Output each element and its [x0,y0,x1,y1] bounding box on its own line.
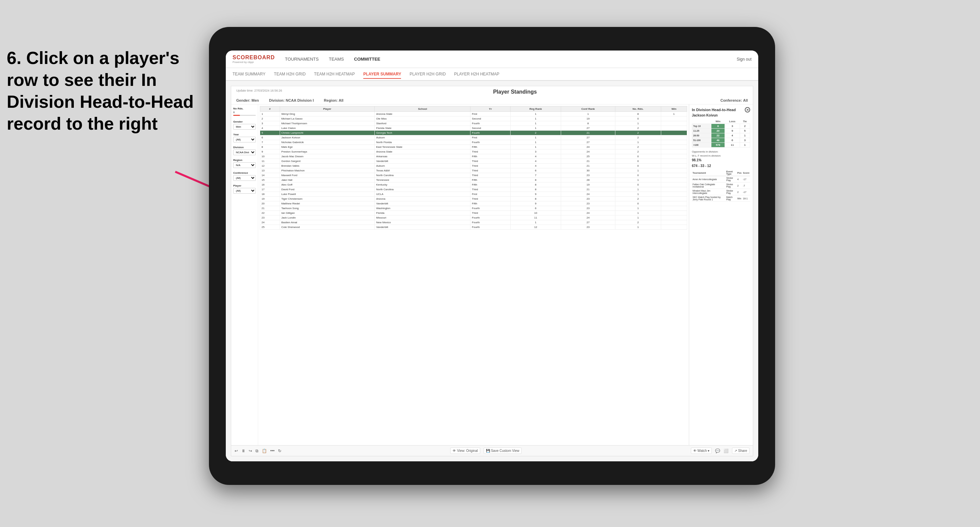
h2h-tie-cell: 1 [740,133,750,138]
nav-tournaments[interactable]: TOURNAMENTS [285,55,319,63]
undo-icon[interactable]: ↩ [235,449,238,453]
table-row[interactable]: 25 Cole Sherwood Vanderbilt Fourth 12 23… [260,225,687,230]
cell-reg: 1 [510,135,561,140]
filter-panel: No Rds. 6 Gender [231,105,258,445]
sub-nav-player-h2h-heatmap[interactable]: PLAYER H2H HEATMAP [454,70,500,79]
present-icon[interactable]: ⬜ [724,449,729,453]
cell-player: Jack Lundin [280,216,375,220]
cell-school: UCLA [375,192,471,197]
cell-reg: 4 [510,154,561,159]
h2h-grid-row: 26-50 22 4 1 [692,133,750,138]
table-row[interactable]: 16 Alex Goff Kentucky Fifth 8 19 0 [260,183,687,187]
table-row[interactable]: 1 Wenyi Ding Arizona State First 1 1 8 1 [260,112,687,116]
year-select[interactable]: (All) [233,137,256,143]
table-row[interactable]: 20 Matthew Riedel Vanderbilt Fifth 9 23 … [260,202,687,206]
filter-region: Region: All [324,98,344,102]
nav-teams[interactable]: TEAMS [329,55,344,63]
cell-reg: 8 [510,187,561,192]
h2h-rank-label: >100 [692,143,711,148]
tournament-pos: 2 [737,189,742,195]
table-row[interactable]: 7 Nicholas Gabrelcik North Florida Fourt… [260,140,687,145]
region-select[interactable]: N/A [233,162,256,168]
cell-win [661,173,687,178]
cell-reg: 1 [510,145,561,149]
sub-nav-team-h2h-grid[interactable]: TEAM H2H GRID [274,70,305,79]
player-select[interactable]: (All) [233,188,256,194]
cell-yr: Fourth [471,140,510,145]
table-row[interactable]: 15 Jake Hall Tennessee Fifth 8 28 1 [260,178,687,183]
cell-reg: 1 [510,126,561,131]
cell-win [661,192,687,197]
table-row[interactable]: 13 Phichaksn Maichon Texas A&M Third 6 3… [260,168,687,173]
table-row[interactable]: 12 Brendan Valles Auburn Third 4 21 0 [260,163,687,168]
comment-icon[interactable]: 💬 [715,449,720,453]
cell-school: East Tennessee State [375,145,471,149]
sub-nav-player-summary[interactable]: PLAYER SUMMARY [363,70,401,79]
cell-rds: 1 [615,192,661,197]
table-row[interactable]: 14 Maxwell Ford North Carolina Third 7 2… [260,173,687,178]
h2h-rank-label: 11-25 [692,129,711,133]
h2h-close-button[interactable]: ✕ [745,107,750,113]
cell-conf: 1 [561,112,616,116]
table-row[interactable]: 22 Ian Gilligan Florida Third 10 24 1 [260,211,687,216]
cell-yr: Third [471,197,510,202]
more-icon[interactable]: ••• [270,449,275,453]
cell-rds: 2 [615,220,661,225]
table-row[interactable]: 23 Jack Lundin Missouri Fourth 11 24 1 [260,216,687,220]
copy-icon[interactable]: ⧉ [255,449,258,453]
cell-num: 24 [260,220,280,225]
redo-icon[interactable]: ↪ [249,449,252,453]
pause-icon[interactable]: ⏸ [241,449,245,453]
cell-rds: 2 [615,145,661,149]
table-row[interactable]: 17 David Ford North Carolina Third 8 21 … [260,187,687,192]
table-row[interactable]: 19 Tiger Christensen Arizona Third 8 23 … [260,197,687,202]
sub-nav-team-summary[interactable]: TEAM SUMMARY [232,70,266,79]
table-row[interactable]: 4 Luke Claton Florida State Second 1 27 … [260,126,687,131]
division-select[interactable]: NCAA Division I [233,149,256,155]
watch-icon: 👁 [693,449,697,452]
watch-btn[interactable]: 👁 Watch ▾ [691,448,712,454]
sub-nav-player-h2h-grid[interactable]: PLAYER H2H GRID [409,70,445,79]
table-row[interactable]: 2 Michael La Sasso Ole Miss Second 1 19 … [260,116,687,121]
cell-num: 14 [260,173,280,178]
table-row[interactable]: 6 Jackson Koivun Auburn First 1 27 2 [260,135,687,140]
cell-reg: 8 [510,178,561,183]
cell-rds: 1 [615,211,661,216]
table-row[interactable]: 5 Christo Lamprecht Georgia Tech Fourth … [260,131,687,135]
conference-select[interactable]: (All) [233,175,256,181]
cell-conf: 19 [561,116,616,121]
cell-school: Vanderbilt [375,202,471,206]
refresh-icon[interactable]: ↻ [278,449,282,453]
table-row[interactable]: 8 Mats Ege East Tennessee State Fifth 1 … [260,145,687,149]
table-row[interactable]: 21 Taehoon Song Washington Fourth 6 23 1 [260,206,687,211]
cell-rds: 0 [615,202,661,206]
cell-reg: 12 [510,225,561,230]
save-custom-btn[interactable]: 💾 Save Custom View [484,448,522,454]
cell-player: David Ford [280,187,375,192]
paste-icon[interactable]: 📋 [262,449,267,453]
cell-school: Vanderbilt [375,159,471,163]
table-row[interactable]: 11 Gordon Sargent Vanderbilt Third 4 21 … [260,159,687,163]
sign-out-link[interactable]: Sign out [737,57,751,62]
table-row[interactable]: 9 Preston Summerhays Arizona State Third… [260,149,687,154]
nav-committee[interactable]: COMMITTEE [354,55,380,63]
cell-conf: 21 [561,163,616,168]
sub-nav-team-h2h-heatmap[interactable]: TEAM H2H HEATMAP [314,70,355,79]
h2h-loss-cell: 9 [725,129,740,133]
table-row[interactable]: 10 Jacob Mac Diesen Arkansas Fifth 4 25 … [260,154,687,159]
cell-school: North Carolina [375,173,471,178]
share-btn[interactable]: ↗ Share [732,448,749,454]
filter-row: Gender: Men Division: NCAA Division I Re… [236,97,748,104]
no-rds-slider[interactable]: 6 [233,111,256,116]
table-row[interactable]: 24 Bastien Amat New Mexico Fourth 1 27 2 [260,220,687,225]
tournament-type: Stroke Play [725,176,737,183]
eye-icon: 👁 [453,449,456,452]
gender-select[interactable]: Men [233,124,256,130]
cell-rds: 8 [615,112,661,116]
table-row[interactable]: 3 Michael Thorbjornsen Stanford Fourth 1… [260,121,687,126]
cell-school: New Mexico [375,220,471,225]
cell-conf: 30 [561,168,616,173]
cell-conf: 21 [561,187,616,192]
table-row[interactable]: 18 Luke Powell UCLA First 9 24 1 [260,192,687,197]
view-original-btn[interactable]: 👁 View: Original [450,448,480,454]
